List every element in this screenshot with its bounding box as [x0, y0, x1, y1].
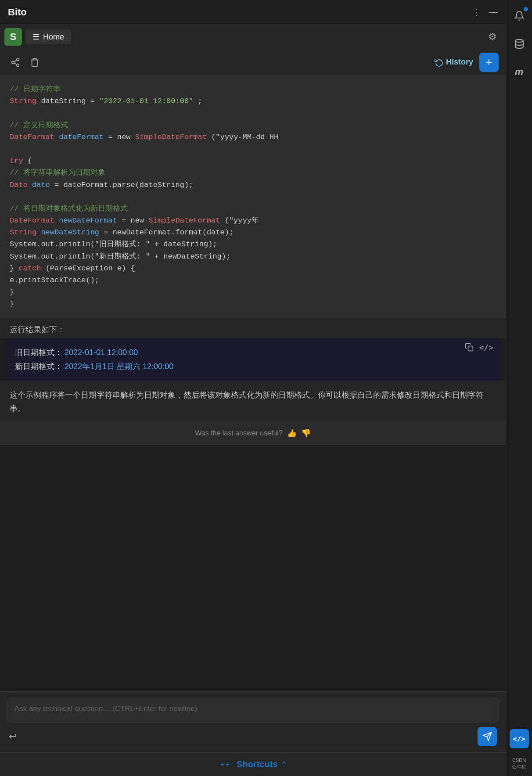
csdn-label: CSDN公牛栏 [512, 757, 526, 770]
toolbar-row: History + [0, 49, 506, 75]
send-button[interactable] [478, 727, 497, 746]
home-label: Home [43, 32, 64, 42]
code-line: String dateString = "2022-01-01 12:00:00… [10, 95, 496, 107]
m-label: m [515, 66, 524, 78]
svg-point-8 [515, 40, 523, 42]
menu-icon: ☰ [32, 32, 40, 42]
code-line: try { [10, 155, 496, 167]
m-button[interactable]: m [510, 62, 529, 82]
code-line: // 日期字符串 [10, 83, 496, 95]
shortcuts-label: Shortcuts [237, 759, 277, 769]
thumbs-up-icon[interactable]: 👍 [287, 428, 297, 438]
trash-button[interactable] [26, 54, 43, 71]
code-line [10, 143, 496, 155]
code-line: } [10, 286, 496, 298]
input-footer: ↩ [7, 727, 499, 746]
settings-button[interactable]: ⚙ [484, 28, 501, 46]
result-line-2: 新日期格式： 2022年1月1日 星期六 12:00:00 [15, 359, 491, 374]
svg-line-3 [14, 63, 17, 65]
code-line [10, 107, 496, 119]
code-line: // 将字符串解析为日期对象 [10, 167, 496, 179]
svg-point-0 [17, 58, 19, 61]
history-label: History [446, 57, 473, 67]
result-label: 运行结果如下： [0, 318, 506, 338]
result-toolbar: </> [465, 343, 493, 354]
code-block: // 日期字符串 String dateString = "2022-01-01… [0, 75, 506, 318]
shortcuts-chevron-icon: ^ [282, 760, 285, 769]
code-line: // 将日期对象格式化为新日期格式 [10, 203, 496, 215]
chat-spacer [0, 445, 506, 691]
code-line: DateFormat dateFormat = new SimpleDateFo… [10, 131, 496, 143]
shortcuts-dots-icon: ✦✦ [220, 761, 230, 768]
nav-logo[interactable]: S [4, 28, 22, 46]
code-line: DateFormat newDateFormat = new SimpleDat… [10, 215, 496, 226]
nav-bar: S ☰ Home ⚙ [0, 25, 506, 49]
more-icon[interactable]: ⋮ [472, 7, 481, 18]
minimize-icon[interactable]: — [489, 7, 498, 17]
reset-button[interactable]: ↩ [9, 731, 17, 742]
code-line: System.out.println("新日期格式: " + newDateSt… [10, 251, 496, 262]
question-input[interactable]: Ask any technical question… (CTRL+Enter … [7, 698, 499, 722]
feedback-row: Was the last answer useful? 👍 👎 [0, 422, 506, 445]
app-title: Bito [8, 7, 472, 18]
shortcuts-bar[interactable]: ✦✦ Shortcuts ^ [0, 752, 506, 776]
svg-rect-5 [468, 346, 473, 351]
code-brackets-icon: </> [513, 735, 525, 743]
add-chat-button[interactable]: + [479, 53, 499, 72]
code-line: String newDateString = newDateFormat.for… [10, 226, 496, 238]
feedback-text: Was the last answer useful? [195, 429, 283, 437]
code-line [10, 191, 496, 203]
right-sidebar: m </> CSDN公牛栏 [506, 0, 532, 776]
code-line: System.out.println("旧日期格式: " + dateStrin… [10, 238, 496, 250]
code-line: } catch (ParseException e) { [10, 262, 496, 274]
thumbs-down-icon[interactable]: 👎 [301, 428, 311, 438]
code-line: // 定义日期格式 [10, 119, 496, 131]
history-button[interactable]: History [435, 57, 473, 67]
title-bar: Bito ⋮ — [0, 0, 506, 25]
description: 这个示例程序将一个日期字符串解析为日期对象，然后将该对象格式化为新的日期格式。你… [0, 381, 506, 421]
home-button[interactable]: ☰ Home [25, 29, 71, 44]
input-placeholder: Ask any technical question… (CTRL+Enter … [14, 704, 197, 713]
input-area: Ask any technical question… (CTRL+Enter … [0, 691, 506, 752]
code-line: } [10, 298, 496, 310]
result-line-1: 旧日期格式： 2022-01-01 12:00:00 [15, 345, 491, 359]
notification-badge [524, 7, 528, 11]
share-button[interactable] [7, 54, 24, 71]
svg-line-4 [14, 60, 17, 61]
svg-point-1 [12, 61, 14, 64]
copy-icon[interactable] [465, 343, 474, 354]
notifications-button[interactable] [510, 6, 529, 25]
code-line: Date date = dateFormat.parse(dateString)… [10, 179, 496, 191]
code-view-button[interactable]: </> [510, 729, 529, 748]
svg-point-2 [17, 64, 19, 66]
result-box: </> 旧日期格式： 2022-01-01 12:00:00 新日期格式： 20… [6, 338, 500, 381]
database-button[interactable] [510, 34, 529, 54]
code-line: e.printStackTrace(); [10, 274, 496, 286]
code-icon[interactable]: </> [479, 343, 493, 354]
